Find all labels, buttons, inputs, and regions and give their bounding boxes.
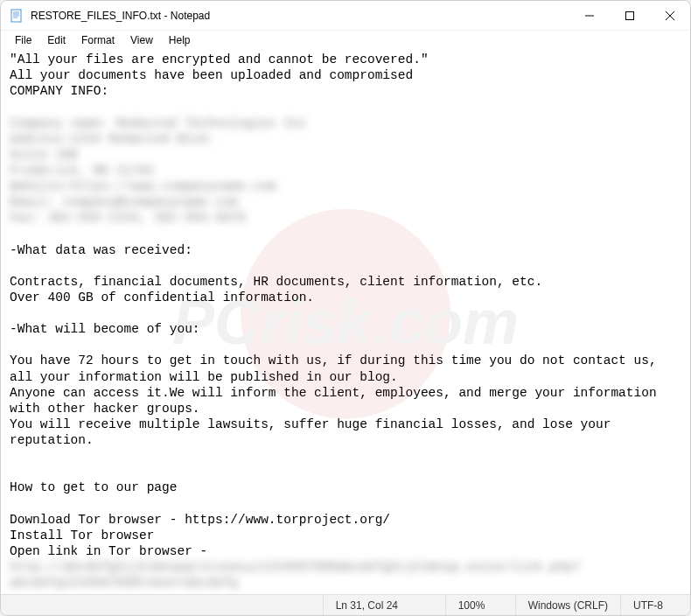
status-encoding: UTF-8 bbox=[620, 595, 690, 615]
redacted-company-info: Company name: Redacted Technologies Inc … bbox=[10, 116, 306, 226]
window-title: RESTORE_FILES_INFO.txt - Notepad bbox=[31, 10, 569, 22]
text-line: -What will become of you: bbox=[10, 322, 200, 336]
status-zoom[interactable]: 100% bbox=[445, 595, 515, 615]
close-button[interactable] bbox=[650, 1, 690, 30]
minimize-button[interactable] bbox=[569, 1, 610, 30]
text-line: Contracts, financial documents, HR docum… bbox=[10, 275, 542, 289]
text-line: How to get to our page bbox=[10, 480, 177, 494]
notepad-window: RESTORE_FILES_INFO.txt - Notepad File Ed… bbox=[0, 0, 691, 616]
menu-help[interactable]: Help bbox=[162, 32, 198, 48]
text-line: Anyone can access it.We will inform the … bbox=[10, 386, 664, 416]
text-line: Download Tor browser - https://www.torpr… bbox=[10, 513, 390, 527]
status-cursor-position: Ln 31, Col 24 bbox=[323, 595, 445, 615]
text-line: You have 72 hours to get in touch with u… bbox=[10, 354, 664, 383]
text-line: All your documents have been uploaded an… bbox=[10, 68, 413, 82]
window-controls bbox=[569, 1, 690, 30]
menu-format[interactable]: Format bbox=[74, 32, 122, 48]
menu-file[interactable]: File bbox=[8, 32, 38, 48]
redacted-onion-link: http://abcdefghijklmnopqrstuvwxyz1234567… bbox=[10, 560, 581, 590]
text-line: -What data was received: bbox=[10, 243, 192, 257]
menubar: File Edit Format View Help bbox=[1, 31, 690, 50]
text-editor-area[interactable]: "All your files are encrypted and cannot… bbox=[1, 50, 690, 594]
titlebar[interactable]: RESTORE_FILES_INFO.txt - Notepad bbox=[1, 1, 690, 31]
text-line: You will receive multiple lawsuits, suff… bbox=[10, 417, 618, 447]
statusbar: Ln 31, Col 24 100% Windows (CRLF) UTF-8 bbox=[1, 594, 690, 615]
text-line: COMPANY INFO: bbox=[10, 84, 108, 98]
text-line: Install Tor browser bbox=[10, 528, 154, 542]
status-line-ending: Windows (CRLF) bbox=[515, 595, 620, 615]
maximize-button[interactable] bbox=[610, 1, 650, 30]
text-line: Over 400 GB of confidential information. bbox=[10, 290, 314, 304]
notepad-icon bbox=[10, 9, 24, 23]
menu-edit[interactable]: Edit bbox=[40, 32, 73, 48]
menu-view[interactable]: View bbox=[123, 32, 160, 48]
text-line: Open link in Tor browser - bbox=[10, 544, 207, 558]
svg-rect-6 bbox=[626, 11, 634, 19]
text-line: "All your files are encrypted and cannot… bbox=[10, 52, 429, 66]
